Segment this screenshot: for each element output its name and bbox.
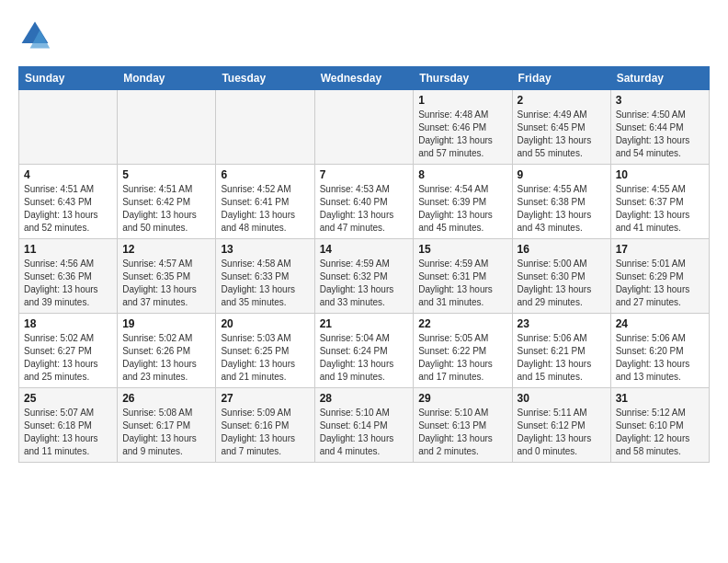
day-info: Sunrise: 5:02 AM Sunset: 6:26 PM Dayligh…: [122, 332, 210, 384]
day-number: 1: [418, 94, 506, 107]
day-number: 27: [221, 392, 309, 405]
day-number: 26: [122, 392, 210, 405]
day-number: 29: [418, 392, 506, 405]
calendar-header-row: SundayMondayTuesdayWednesdayThursdayFrid…: [19, 67, 710, 90]
calendar-cell: 25Sunrise: 5:07 AM Sunset: 6:18 PM Dayli…: [19, 388, 118, 463]
column-header-sunday: Sunday: [19, 67, 118, 90]
calendar-week-row: 4Sunrise: 4:51 AM Sunset: 6:43 PM Daylig…: [19, 165, 710, 239]
day-number: 9: [518, 168, 606, 181]
calendar-cell: 2Sunrise: 4:49 AM Sunset: 6:45 PM Daylig…: [512, 90, 610, 165]
day-number: 13: [221, 243, 309, 256]
calendar-cell: 17Sunrise: 5:01 AM Sunset: 6:29 PM Dayli…: [610, 239, 709, 314]
day-number: 21: [320, 317, 409, 330]
calendar-week-row: 11Sunrise: 4:56 AM Sunset: 6:36 PM Dayli…: [19, 239, 710, 314]
day-number: 18: [24, 317, 112, 330]
day-info: Sunrise: 5:11 AM Sunset: 6:12 PM Dayligh…: [518, 407, 606, 458]
day-info: Sunrise: 5:05 AM Sunset: 6:22 PM Dayligh…: [418, 332, 506, 384]
day-info: Sunrise: 4:55 AM Sunset: 6:37 PM Dayligh…: [616, 183, 704, 235]
day-number: 17: [616, 243, 704, 256]
calendar-cell: 9Sunrise: 4:55 AM Sunset: 6:38 PM Daylig…: [512, 165, 610, 239]
calendar-cell: 5Sunrise: 4:51 AM Sunset: 6:42 PM Daylig…: [118, 165, 216, 239]
day-info: Sunrise: 4:51 AM Sunset: 6:42 PM Dayligh…: [122, 183, 210, 235]
day-info: Sunrise: 4:53 AM Sunset: 6:40 PM Dayligh…: [320, 183, 409, 235]
calendar-cell: 14Sunrise: 4:59 AM Sunset: 6:32 PM Dayli…: [314, 239, 414, 314]
day-info: Sunrise: 4:58 AM Sunset: 6:33 PM Dayligh…: [221, 258, 309, 309]
day-number: 11: [24, 243, 112, 256]
calendar-cell: [216, 90, 314, 165]
day-info: Sunrise: 5:12 AM Sunset: 6:10 PM Dayligh…: [616, 407, 704, 458]
day-info: Sunrise: 4:57 AM Sunset: 6:35 PM Dayligh…: [122, 258, 210, 309]
column-header-monday: Monday: [118, 67, 216, 90]
day-number: 12: [122, 243, 210, 256]
day-info: Sunrise: 5:06 AM Sunset: 6:20 PM Dayligh…: [616, 332, 704, 384]
day-number: 24: [616, 317, 704, 330]
column-header-saturday: Saturday: [610, 67, 709, 90]
day-info: Sunrise: 4:50 AM Sunset: 6:44 PM Dayligh…: [616, 109, 704, 160]
day-number: 19: [122, 317, 210, 330]
calendar-cell: 22Sunrise: 5:05 AM Sunset: 6:22 PM Dayli…: [414, 314, 512, 388]
calendar-cell: 30Sunrise: 5:11 AM Sunset: 6:12 PM Dayli…: [512, 388, 610, 463]
calendar-cell: 8Sunrise: 4:54 AM Sunset: 6:39 PM Daylig…: [414, 165, 512, 239]
column-header-tuesday: Tuesday: [216, 67, 314, 90]
calendar-cell: 21Sunrise: 5:04 AM Sunset: 6:24 PM Dayli…: [314, 314, 414, 388]
calendar-week-row: 25Sunrise: 5:07 AM Sunset: 6:18 PM Dayli…: [19, 388, 710, 463]
day-number: 22: [418, 317, 506, 330]
day-info: Sunrise: 5:03 AM Sunset: 6:25 PM Dayligh…: [221, 332, 309, 384]
day-number: 10: [616, 168, 704, 181]
calendar-cell: 26Sunrise: 5:08 AM Sunset: 6:17 PM Dayli…: [118, 388, 216, 463]
calendar-cell: 20Sunrise: 5:03 AM Sunset: 6:25 PM Dayli…: [216, 314, 314, 388]
column-header-friday: Friday: [512, 67, 610, 90]
day-number: 23: [518, 317, 606, 330]
day-info: Sunrise: 4:51 AM Sunset: 6:43 PM Dayligh…: [24, 183, 112, 235]
day-info: Sunrise: 4:55 AM Sunset: 6:38 PM Dayligh…: [518, 183, 606, 235]
calendar-cell: 24Sunrise: 5:06 AM Sunset: 6:20 PM Dayli…: [610, 314, 709, 388]
day-info: Sunrise: 5:10 AM Sunset: 6:13 PM Dayligh…: [418, 407, 506, 458]
calendar-cell: 15Sunrise: 4:59 AM Sunset: 6:31 PM Dayli…: [414, 239, 512, 314]
column-header-wednesday: Wednesday: [314, 67, 414, 90]
day-number: 5: [122, 168, 210, 181]
calendar-cell: 28Sunrise: 5:10 AM Sunset: 6:14 PM Dayli…: [314, 388, 414, 463]
day-number: 30: [518, 392, 606, 405]
calendar-cell: 16Sunrise: 5:00 AM Sunset: 6:30 PM Dayli…: [512, 239, 610, 314]
day-info: Sunrise: 4:59 AM Sunset: 6:31 PM Dayligh…: [418, 258, 506, 309]
day-number: 15: [418, 243, 506, 256]
day-info: Sunrise: 5:00 AM Sunset: 6:30 PM Dayligh…: [518, 258, 606, 309]
calendar-cell: 11Sunrise: 4:56 AM Sunset: 6:36 PM Dayli…: [19, 239, 118, 314]
calendar-week-row: 18Sunrise: 5:02 AM Sunset: 6:27 PM Dayli…: [19, 314, 710, 388]
calendar-cell: 29Sunrise: 5:10 AM Sunset: 6:13 PM Dayli…: [414, 388, 512, 463]
calendar-cell: 23Sunrise: 5:06 AM Sunset: 6:21 PM Dayli…: [512, 314, 610, 388]
day-number: 2: [518, 94, 606, 107]
day-number: 14: [320, 243, 409, 256]
day-info: Sunrise: 4:59 AM Sunset: 6:32 PM Dayligh…: [320, 258, 409, 309]
column-header-thursday: Thursday: [414, 67, 512, 90]
day-info: Sunrise: 5:07 AM Sunset: 6:18 PM Dayligh…: [24, 407, 112, 458]
day-info: Sunrise: 4:48 AM Sunset: 6:46 PM Dayligh…: [418, 109, 506, 160]
day-number: 4: [24, 168, 112, 181]
day-number: 8: [418, 168, 506, 181]
day-number: 6: [221, 168, 309, 181]
day-info: Sunrise: 4:54 AM Sunset: 6:39 PM Dayligh…: [418, 183, 506, 235]
calendar-cell: 7Sunrise: 4:53 AM Sunset: 6:40 PM Daylig…: [314, 165, 414, 239]
day-number: 3: [616, 94, 704, 107]
calendar-table: SundayMondayTuesdayWednesdayThursdayFrid…: [18, 66, 710, 463]
day-number: 16: [518, 243, 606, 256]
calendar-cell: 13Sunrise: 4:58 AM Sunset: 6:33 PM Dayli…: [216, 239, 314, 314]
page-header: [18, 18, 710, 52]
logo: [18, 18, 57, 52]
logo-icon: [18, 18, 51, 52]
day-info: Sunrise: 4:56 AM Sunset: 6:36 PM Dayligh…: [24, 258, 112, 309]
day-info: Sunrise: 5:01 AM Sunset: 6:29 PM Dayligh…: [616, 258, 704, 309]
calendar-cell: 3Sunrise: 4:50 AM Sunset: 6:44 PM Daylig…: [610, 90, 709, 165]
calendar-cell: 18Sunrise: 5:02 AM Sunset: 6:27 PM Dayli…: [19, 314, 118, 388]
day-info: Sunrise: 5:08 AM Sunset: 6:17 PM Dayligh…: [122, 407, 210, 458]
calendar-cell: [118, 90, 216, 165]
day-info: Sunrise: 5:02 AM Sunset: 6:27 PM Dayligh…: [24, 332, 112, 384]
day-number: 20: [221, 317, 309, 330]
calendar-cell: 6Sunrise: 4:52 AM Sunset: 6:41 PM Daylig…: [216, 165, 314, 239]
calendar-week-row: 1Sunrise: 4:48 AM Sunset: 6:46 PM Daylig…: [19, 90, 710, 165]
day-info: Sunrise: 4:52 AM Sunset: 6:41 PM Dayligh…: [221, 183, 309, 235]
calendar-cell: 12Sunrise: 4:57 AM Sunset: 6:35 PM Dayli…: [118, 239, 216, 314]
day-info: Sunrise: 5:06 AM Sunset: 6:21 PM Dayligh…: [518, 332, 606, 384]
day-info: Sunrise: 4:49 AM Sunset: 6:45 PM Dayligh…: [518, 109, 606, 160]
calendar-cell: [314, 90, 414, 165]
